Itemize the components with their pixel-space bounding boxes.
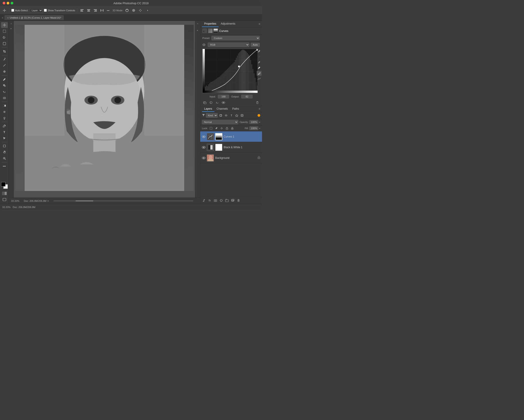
ruler-tool[interactable] <box>1 62 8 68</box>
collapse-right-btn[interactable]: » <box>196 22 200 25</box>
document-tab[interactable]: ✕ Untitled-1 @ 33.3% (Curves 1, Layer Ma… <box>5 15 64 20</box>
curves-layer-thumb[interactable] <box>208 29 213 33</box>
pan-btn[interactable] <box>138 8 143 13</box>
tab-channels[interactable]: Channels <box>214 106 230 112</box>
add-mask-btn[interactable] <box>213 198 218 203</box>
preset-select[interactable]: Custom <box>211 36 260 40</box>
filter-kind-select[interactable]: Kind <box>206 113 218 118</box>
clone-stamp-tool[interactable] <box>1 83 8 88</box>
lasso-tool[interactable] <box>1 34 8 40</box>
selection-tool[interactable] <box>1 28 8 34</box>
lock-transparent-btn[interactable] <box>209 126 213 130</box>
auto-button[interactable]: Auto <box>251 43 260 47</box>
opacity-input[interactable] <box>249 120 258 124</box>
layer-select[interactable]: Layer <box>30 8 43 13</box>
auto-select-checkbox[interactable] <box>11 9 14 12</box>
filter-type-btn[interactable]: T <box>229 113 234 118</box>
zoom-tool[interactable] <box>1 155 8 161</box>
roll-btn[interactable] <box>131 8 136 13</box>
move-tool-btn[interactable] <box>2 8 7 13</box>
properties-toggle-btn[interactable]: ▸ <box>196 28 200 32</box>
more-options-btn[interactable]: ••• <box>106 9 110 12</box>
tab-adjustments[interactable]: Adjustments <box>218 21 238 27</box>
output-value[interactable] <box>241 95 253 98</box>
curves-graph[interactable] <box>202 49 258 93</box>
input-value[interactable] <box>218 95 229 98</box>
canvas-scrollbar[interactable] <box>53 200 193 201</box>
add-group-btn[interactable] <box>225 198 229 203</box>
tab-close-btn[interactable]: ✕ <box>7 17 9 19</box>
tab-layers[interactable]: Layers <box>202 106 214 112</box>
link-layers-btn[interactable] <box>201 198 206 203</box>
curves-midtone-eyedropper-btn[interactable] <box>257 60 262 65</box>
align-center-btn[interactable] <box>86 8 91 13</box>
hand-tool[interactable] <box>1 149 8 155</box>
path-selection-tool[interactable] <box>1 135 8 141</box>
minimize-button[interactable] <box>7 2 9 4</box>
scrollbar-thumb[interactable] <box>76 200 93 201</box>
properties-menu-icon[interactable]: ≡ <box>259 22 260 26</box>
panels-collapse-btn[interactable]: « <box>2 16 3 19</box>
canvas-image[interactable] <box>15 25 194 191</box>
filter-shape-btn[interactable] <box>235 113 239 118</box>
screen-mode-btn[interactable] <box>1 197 8 202</box>
curves-mask-thumb[interactable] <box>213 29 218 33</box>
delete-layer-btn[interactable] <box>236 198 241 203</box>
curves-undo-btn[interactable] <box>215 100 220 105</box>
shape-tool[interactable] <box>1 143 8 149</box>
add-layer-btn[interactable] <box>230 198 235 203</box>
distribute-btn[interactable] <box>99 8 105 13</box>
maximize-button[interactable] <box>11 2 13 4</box>
layer-visibility-bw1[interactable] <box>202 146 205 149</box>
curves1-mask-thumb[interactable] <box>215 133 222 140</box>
dodge-tool[interactable] <box>1 115 8 121</box>
layer-item-bw1[interactable]: Black & White 1 <box>200 142 262 153</box>
add-style-btn[interactable]: fx <box>207 198 212 203</box>
channel-select[interactable]: RGB <box>208 43 249 47</box>
bw1-mask-thumb[interactable] <box>215 144 222 151</box>
lock-all-btn[interactable] <box>230 126 234 130</box>
curves-compare-btn[interactable] <box>209 100 213 105</box>
align-right-btn[interactable] <box>93 8 98 13</box>
curves-shadow-eyedropper-btn[interactable] <box>257 54 262 59</box>
canvas-area[interactable]: « ▸ » ▸ <box>9 21 200 204</box>
filter-toggle-dot[interactable] <box>258 114 260 117</box>
pen-tool[interactable] <box>1 123 8 129</box>
blend-mode-select[interactable]: Normal <box>202 120 238 124</box>
curves-visibility-btn[interactable] <box>221 100 226 105</box>
eyedropper-tool[interactable] <box>1 56 8 62</box>
layer-item-background[interactable]: Background <box>200 153 262 163</box>
tab-properties[interactable]: Properties <box>202 21 218 27</box>
align-left-btn[interactable] <box>79 8 85 13</box>
filter-pixel-btn[interactable] <box>218 113 223 118</box>
lock-artboard-btn[interactable] <box>225 126 229 130</box>
layer-visibility-background[interactable] <box>202 156 205 160</box>
crop-tool[interactable] <box>1 49 8 54</box>
curves-channel-icon[interactable] <box>202 43 206 47</box>
add-adjustment-btn[interactable] <box>219 198 224 203</box>
brush-tool[interactable] <box>1 77 8 82</box>
close-button[interactable] <box>3 2 5 4</box>
sampling-tool[interactable] <box>1 69 8 74</box>
gradient-tool[interactable] <box>1 103 8 109</box>
fill-input[interactable] <box>249 127 258 130</box>
move-tool[interactable] <box>1 22 8 28</box>
tab-paths[interactable]: Paths <box>230 106 241 112</box>
doc-info-arrow[interactable]: ▸ <box>48 199 49 202</box>
rotate-3d-btn[interactable] <box>124 8 130 13</box>
layers-menu-icon[interactable]: ≡ <box>259 106 260 112</box>
layer-visibility-curves1[interactable] <box>202 135 205 138</box>
swatch-container[interactable] <box>1 182 8 189</box>
blur-tool[interactable] <box>1 109 8 115</box>
eraser-tool[interactable] <box>1 95 8 101</box>
curves-delete-btn[interactable] <box>255 100 260 105</box>
expand-left-btn[interactable]: ▸ <box>9 26 13 30</box>
filter-smart-btn[interactable] <box>240 113 244 118</box>
fill-arrows[interactable]: ▾ <box>259 127 260 129</box>
slide-btn[interactable] <box>144 8 150 13</box>
collapse-left-btn[interactable]: « <box>9 22 13 25</box>
curves-smooth-btn[interactable] <box>257 77 262 81</box>
type-tool[interactable]: T <box>1 129 8 135</box>
filter-adjustment-btn[interactable] <box>224 113 228 118</box>
curves-pencil-btn[interactable] <box>257 71 262 76</box>
